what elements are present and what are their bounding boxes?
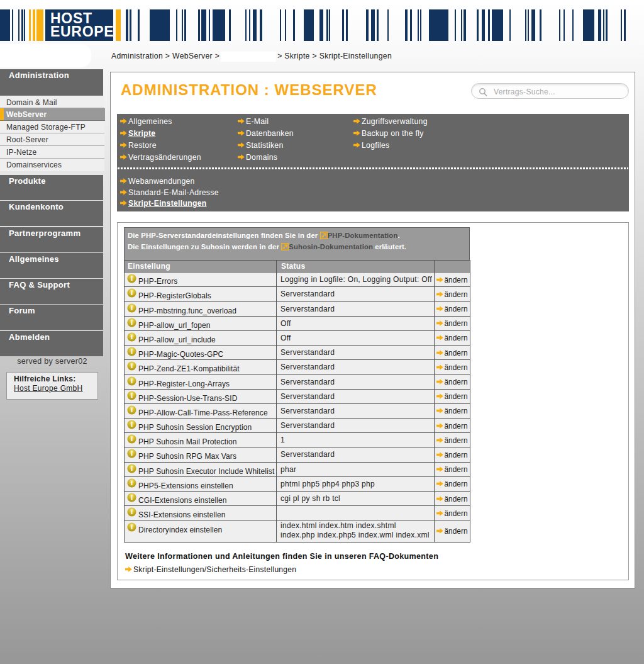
svg-text:i: i bbox=[131, 508, 133, 515]
svg-text:i: i bbox=[131, 493, 133, 501]
svg-text:i: i bbox=[131, 436, 133, 443]
svg-text:i: i bbox=[131, 420, 133, 428]
svg-text:i: i bbox=[131, 363, 133, 370]
svg-text:i: i bbox=[131, 318, 133, 326]
svg-text:i: i bbox=[131, 464, 133, 472]
svg-text:i: i bbox=[131, 333, 133, 340]
svg-text:i: i bbox=[131, 347, 133, 355]
svg-text:i: i bbox=[131, 304, 133, 312]
svg-text:i: i bbox=[131, 391, 133, 399]
svg-text:i: i bbox=[131, 290, 133, 297]
svg-text:i: i bbox=[131, 479, 133, 487]
svg-text:i: i bbox=[131, 406, 133, 414]
svg-text:i: i bbox=[131, 524, 133, 531]
svg-text:i: i bbox=[131, 377, 133, 385]
svg-text:i: i bbox=[131, 274, 133, 282]
svg-text:i: i bbox=[131, 450, 133, 458]
